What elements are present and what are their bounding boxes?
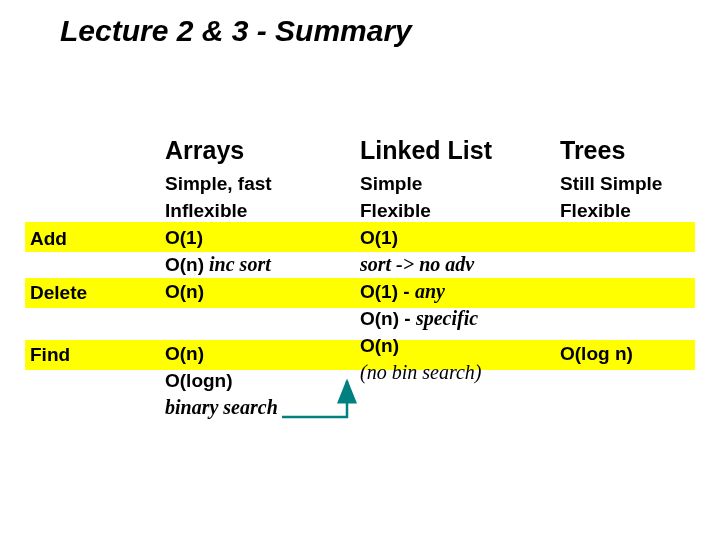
arrays-add-on: O(n) <box>165 254 204 275</box>
linked-add-o1: O(1) <box>360 224 555 251</box>
col-header-trees: Trees <box>560 136 625 165</box>
arrays-add-on-incsort: O(n) inc sort <box>165 251 355 278</box>
linked-delete-o1: O(1) <box>360 281 398 302</box>
linked-delete-dash2: - <box>399 308 416 329</box>
row-label-find: Find <box>30 344 70 366</box>
col-trees-content: Still Simple Flexible O(log n) <box>560 170 710 367</box>
linked-find-on: O(n) <box>360 332 555 359</box>
arrays-find-on: O(n) <box>165 340 355 367</box>
linked-sort-noadv: sort -> no adv <box>360 251 555 278</box>
arrays-delete-on: O(n) <box>165 278 355 305</box>
arrays-add-o1: O(1) <box>165 224 355 251</box>
linked-delete-specific: specific <box>416 307 478 329</box>
row-label-delete: Delete <box>30 282 87 304</box>
trees-flexible: Flexible <box>560 197 710 224</box>
linked-delete-on: O(n) <box>360 308 399 329</box>
linked-no-bin-search: (no bin search) <box>360 359 555 386</box>
linked-flexible: Flexible <box>360 197 555 224</box>
arrow-icon <box>240 375 360 425</box>
col-linked-content: Simple Flexible O(1) sort -> no adv O(1)… <box>360 170 555 386</box>
linked-delete-on-specific: O(n) - specific <box>360 305 555 332</box>
row-label-add: Add <box>30 228 67 250</box>
col-header-arrays: Arrays <box>165 136 244 165</box>
page-title: Lecture 2 & 3 - Summary <box>60 14 412 48</box>
trees-find-ologn: O(log n) <box>560 340 710 367</box>
arrays-add-incsort: inc sort <box>204 253 271 275</box>
linked-delete-dash1: - <box>398 281 415 302</box>
arrays-simple-fast: Simple, fast <box>165 170 355 197</box>
linked-delete-any: any <box>415 280 445 302</box>
arrays-inflexible: Inflexible <box>165 197 355 224</box>
linked-simple: Simple <box>360 170 555 197</box>
slide: Lecture 2 & 3 - Summary Arrays Linked Li… <box>0 0 720 540</box>
trees-still-simple: Still Simple <box>560 170 710 197</box>
col-header-linked-list: Linked List <box>360 136 492 165</box>
linked-delete-o1-any: O(1) - any <box>360 278 555 305</box>
